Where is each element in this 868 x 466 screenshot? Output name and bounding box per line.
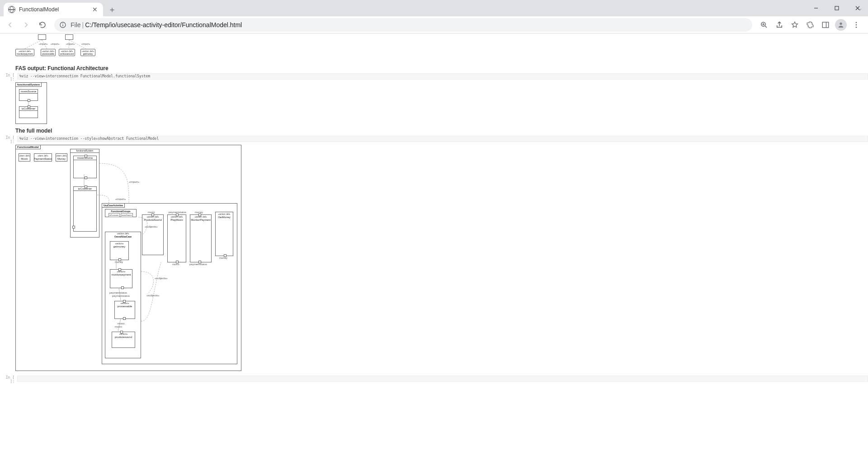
forward-button[interactable] [19,18,33,32]
itemdef-box: «item def»PaymentStatus [34,153,52,162]
globe-icon [8,6,15,13]
tab-title: FunctionalModel [19,6,88,13]
actiondef-getmoney: «action def» GetMoney money [215,212,233,256]
import-label: «import» [39,43,47,45]
extensions-icon[interactable] [803,18,817,32]
cell-code: %viz --view=interconnection --style=show… [17,136,868,142]
title-bar: FunctionalModel ✕ ＋ [0,0,868,16]
svg-point-5 [62,23,63,24]
actiondef-producesound: «action def» ProduceSound music [142,214,164,255]
site-info-icon[interactable] [59,21,67,29]
top-imports-row: «import» «import» «import» «import» «act… [15,34,868,62]
profile-avatar[interactable] [834,18,848,32]
svg-point-14 [856,22,857,23]
svg-point-13 [840,22,842,24]
import-label: «import» [81,43,90,45]
back-button[interactable] [3,18,17,32]
package-box [38,34,46,40]
itemdef-box: «item def»Music [19,153,30,162]
reload-button[interactable] [35,18,50,32]
svg-rect-11 [822,22,829,28]
svg-rect-1 [835,6,839,10]
import-label: «import» [51,43,59,45]
action-producesound: «action» producesound music [112,332,135,348]
block-musicSource: musicSource [19,89,38,101]
import-label: «import» [66,43,75,45]
actiondef-playmusic: «action def» PlayMusic paymentstatus mus… [167,214,186,262]
functional-groups-box: FunctionalGroups ioCustomer musicSource [105,209,137,217]
cell-code: %viz --view=interconnection FunctionalMo… [17,73,868,80]
subjects-label: «subjects» [146,294,160,297]
tab-strip: FunctionalModel ✕ ＋ [0,0,118,16]
code-cell[interactable]: In [ ]: [5,376,868,384]
action-monitorpayment: «action» monitorpayment paymentstatus [110,269,132,288]
zoom-icon[interactable] [757,18,771,32]
page-content: «import» «import» «import» «import» «act… [0,34,868,394]
block-ioCustomer: ioCustomer [73,186,97,232]
action-def-box: «action def»processable [41,49,56,56]
minimize-button[interactable] [806,1,826,15]
diagram-label: FunctionalModel [15,145,41,149]
page-viewport[interactable]: «import» «import» «import» «import» «act… [0,33,868,466]
toolbar-right [757,18,865,32]
action-def-box: «action def»emitosaround [59,49,75,56]
share-icon[interactable] [772,18,787,32]
browser-toolbar: File|C:/Temp/io/usecase-activity-editor/… [0,16,868,33]
svg-rect-6 [62,24,63,26]
cell-gutter: In [ ]: [5,376,14,384]
bookmark-star-icon[interactable] [788,18,802,32]
section-title: The full model [15,128,868,134]
subjects-label: «subjects» [145,225,158,228]
close-tab-icon[interactable]: ✕ [91,6,99,13]
cell-code [17,376,868,382]
action-getmoney: «action» getmoney money [110,241,129,260]
actiondef-overallusecase: «action def» OverallUseCase «action» get… [105,232,141,358]
imports-edge-label: «import» [129,181,139,183]
kebab-menu-icon[interactable] [849,18,863,32]
package-box [65,34,73,40]
actiondef-monitorpayment: «action def» MonitorPayment money paymen… [190,214,212,262]
avatar-icon [835,19,847,31]
usecase-activities-frame: UseCaseActivities FunctionalGroups ioCus… [102,203,237,364]
imports-edge-label: «import» [115,198,126,200]
section-title: FAS output: Functional Architecture [15,65,868,71]
action-processable: «action» processable paymentstatus music [114,301,135,319]
code-cell[interactable]: In [ ]: %viz --view=interconnection Func… [5,73,868,81]
subjects-label: «subjects» [155,277,168,280]
svg-point-16 [856,26,857,28]
block-musicSource: musicSource [73,156,97,178]
block-ioCustomer: ioCustomer [19,106,38,118]
svg-point-15 [856,24,857,25]
code-cell[interactable]: In [ ]: %viz --view=interconnection --st… [5,136,868,144]
close-window-button[interactable] [847,1,868,15]
arch-diagram: functionalSystem musicSource ioCustomer [15,82,47,124]
svg-line-8 [765,26,767,28]
maximize-button[interactable] [826,1,847,15]
url-scheme: File|C:/Temp/io/usecase-activity-editor/… [71,21,242,29]
action-def-box: «action def»getmoney [80,49,95,56]
browser-tab[interactable]: FunctionalModel ✕ [4,3,103,16]
diagram-label: functionalSystem [15,82,42,87]
cell-gutter: In [ ]: [5,73,14,81]
functional-system-frame: functionalSystem musicSource ioCustomer [70,149,99,238]
window-controls [806,0,868,16]
sidepanel-icon[interactable] [818,18,833,32]
action-def-box: «action def»monitorpayment [15,49,34,56]
address-bar[interactable]: File|C:/Temp/io/usecase-activity-editor/… [54,18,752,32]
full-model-diagram: FunctionalModel «item def»Music «item de… [15,145,241,371]
new-tab-button[interactable]: ＋ [106,3,118,16]
cell-gutter: In [ ]: [5,136,14,144]
itemdef-box: «item def»Money [56,153,67,162]
